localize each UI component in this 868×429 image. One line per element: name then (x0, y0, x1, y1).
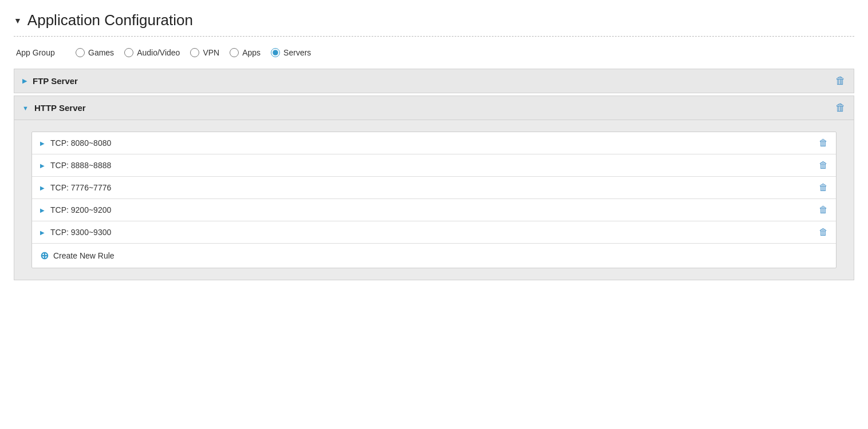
radio-apps-input[interactable] (230, 48, 239, 57)
rule-delete-button[interactable]: 🗑 (819, 227, 828, 237)
rule-expand-arrow[interactable]: ▶ (40, 229, 45, 236)
rule-label: TCP: 9200~9200 (50, 205, 111, 214)
rule-delete-button[interactable]: 🗑 (819, 138, 828, 148)
rule-label: TCP: 7776~7776 (50, 183, 111, 192)
rule-row-left: ▶ TCP: 9200~9200 (40, 205, 111, 214)
table-row: ▶ TCP: 8888~8888 🗑 (32, 154, 836, 177)
rule-label: TCP: 8080~8080 (50, 138, 111, 148)
rule-expand-arrow[interactable]: ▶ (40, 207, 45, 213)
http-expand-arrow[interactable]: ▼ (22, 105, 29, 112)
http-delete-button[interactable]: 🗑 (835, 102, 846, 114)
rule-row-left: ▶ TCP: 7776~7776 (40, 183, 111, 192)
rule-delete-button[interactable]: 🗑 (819, 182, 828, 193)
page-collapse-arrow[interactable]: ▼ (14, 16, 22, 25)
page-container: ▼ Application Configuration App Group Ga… (0, 0, 868, 429)
rule-expand-arrow[interactable]: ▶ (40, 185, 45, 191)
radio-group: Games Audio/Video VPN Apps Servers (76, 48, 311, 57)
ftp-server-name: FTP Server (33, 76, 78, 86)
radio-servers-input[interactable] (271, 48, 280, 57)
ftp-delete-button[interactable]: 🗑 (835, 75, 846, 87)
plus-circle-icon: ⊕ (40, 249, 49, 262)
rule-delete-button[interactable]: 🗑 (819, 205, 828, 215)
radio-vpn[interactable]: VPN (190, 48, 219, 57)
radio-audio-video-input[interactable] (124, 48, 133, 57)
rule-expand-arrow[interactable]: ▶ (40, 140, 45, 146)
table-row: ▶ TCP: 8080~8080 🗑 (32, 132, 836, 154)
create-new-rule-label: Create New Rule (53, 251, 115, 260)
radio-games-label: Games (88, 48, 114, 57)
table-row: ▶ TCP: 7776~7776 🗑 (32, 177, 836, 199)
radio-vpn-label: VPN (203, 48, 219, 57)
http-server-title: ▼ HTTP Server (22, 103, 86, 113)
rule-expand-arrow[interactable]: ▶ (40, 162, 45, 169)
rule-row-left: ▶ TCP: 8080~8080 (40, 138, 111, 148)
ftp-server-title: ▶ FTP Server (22, 76, 78, 86)
rule-label: TCP: 9300~9300 (50, 228, 111, 237)
radio-games-input[interactable] (76, 48, 85, 57)
radio-apps[interactable]: Apps (230, 48, 261, 57)
radio-games[interactable]: Games (76, 48, 114, 57)
page-title: Application Configuration (27, 11, 193, 29)
table-row: ▶ TCP: 9300~9300 🗑 (32, 221, 836, 244)
rule-label: TCP: 8888~8888 (50, 161, 111, 170)
radio-audio-video[interactable]: Audio/Video (124, 48, 180, 57)
ftp-expand-arrow[interactable]: ▶ (22, 77, 27, 85)
rule-delete-button[interactable]: 🗑 (819, 160, 828, 170)
app-group-row: App Group Games Audio/Video VPN Apps Ser… (14, 48, 854, 57)
page-title-row: ▼ Application Configuration (14, 11, 854, 29)
radio-servers-label: Servers (283, 48, 311, 57)
rule-row-left: ▶ TCP: 9300~9300 (40, 228, 111, 237)
http-server-name: HTTP Server (34, 103, 86, 113)
title-divider (14, 36, 854, 37)
table-row: ▶ TCP: 9200~9200 🗑 (32, 199, 836, 221)
radio-audio-video-label: Audio/Video (137, 48, 180, 57)
rule-row-left: ▶ TCP: 8888~8888 (40, 161, 111, 170)
radio-apps-label: Apps (242, 48, 261, 57)
radio-servers[interactable]: Servers (271, 48, 311, 57)
create-new-rule-row[interactable]: ⊕ Create New Rule (32, 244, 836, 268)
app-group-label: App Group (16, 48, 62, 57)
http-rules-table: ▶ TCP: 8080~8080 🗑 ▶ TCP: 8888~8888 🗑 ▶ … (31, 132, 837, 268)
http-expanded-area: ▶ TCP: 8080~8080 🗑 ▶ TCP: 8888~8888 🗑 ▶ … (14, 120, 854, 280)
ftp-server-section: ▶ FTP Server 🗑 (14, 69, 854, 93)
http-server-section: ▼ HTTP Server 🗑 (14, 96, 854, 120)
radio-vpn-input[interactable] (190, 48, 199, 57)
